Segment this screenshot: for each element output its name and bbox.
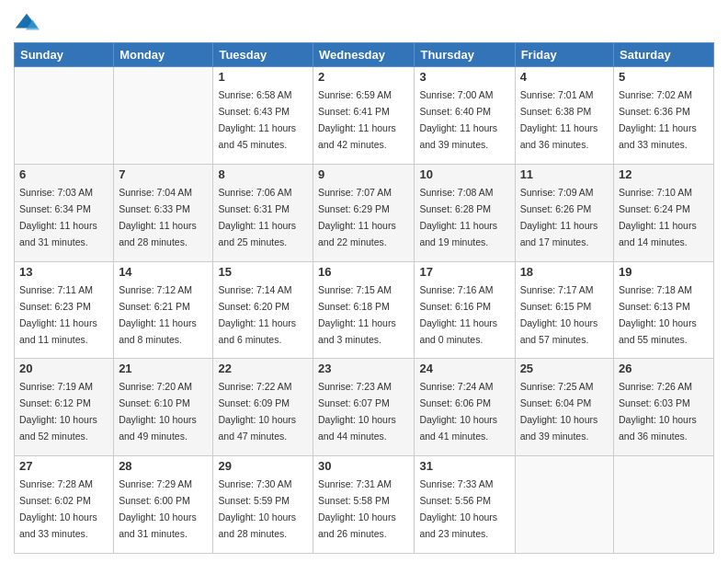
day-info: Sunrise: 7:25 AMSunset: 6:04 PMDaylight:… (520, 381, 598, 442)
day-info: Sunrise: 7:22 AMSunset: 6:09 PMDaylight:… (218, 381, 296, 442)
day-cell-1-4: 10 Sunrise: 7:08 AMSunset: 6:28 PMDaylig… (415, 164, 515, 261)
day-number: 14 (119, 265, 208, 279)
day-info: Sunrise: 7:16 AMSunset: 6:16 PMDaylight:… (419, 284, 497, 345)
day-info: Sunrise: 7:06 AMSunset: 6:31 PMDaylight:… (218, 187, 296, 247)
day-number: 2 (318, 70, 409, 84)
day-info: Sunrise: 7:17 AMSunset: 6:15 PMDaylight:… (520, 284, 598, 345)
day-info: Sunrise: 7:15 AMSunset: 6:18 PMDaylight:… (318, 284, 396, 345)
day-number: 18 (520, 265, 609, 279)
day-info: Sunrise: 7:02 AMSunset: 6:36 PMDaylight:… (619, 89, 697, 150)
header-sunday: Sunday (15, 43, 114, 67)
header (14, 9, 714, 35)
day-number: 6 (19, 167, 108, 181)
header-tuesday: Tuesday (213, 43, 313, 67)
day-info: Sunrise: 7:08 AMSunset: 6:28 PMDaylight:… (419, 187, 497, 247)
day-info: Sunrise: 7:20 AMSunset: 6:10 PMDaylight:… (119, 381, 197, 442)
day-number: 7 (119, 167, 208, 181)
day-number: 25 (520, 362, 609, 375)
day-number: 31 (419, 459, 509, 473)
day-info: Sunrise: 7:01 AMSunset: 6:38 PMDaylight:… (520, 89, 598, 150)
day-info: Sunrise: 7:07 AMSunset: 6:29 PMDaylight:… (318, 187, 396, 247)
day-cell-0-3: 2 Sunrise: 6:59 AMSunset: 6:41 PMDayligh… (313, 67, 415, 165)
day-number: 15 (218, 265, 308, 279)
day-info: Sunrise: 7:18 AMSunset: 6:13 PMDaylight:… (619, 284, 697, 345)
day-info: Sunrise: 7:03 AMSunset: 6:34 PMDaylight:… (19, 187, 97, 247)
day-info: Sunrise: 7:28 AMSunset: 6:02 PMDaylight:… (19, 478, 97, 539)
day-cell-3-2: 22 Sunrise: 7:22 AMSunset: 6:09 PMDaylig… (213, 359, 313, 456)
day-cell-0-5: 4 Sunrise: 7:01 AMSunset: 6:38 PMDayligh… (515, 67, 613, 165)
day-cell-2-3: 16 Sunrise: 7:15 AMSunset: 6:18 PMDaylig… (313, 261, 415, 359)
header-thursday: Thursday (415, 43, 515, 67)
day-number: 17 (419, 265, 509, 279)
day-cell-3-5: 25 Sunrise: 7:25 AMSunset: 6:04 PMDaylig… (515, 359, 613, 456)
day-number: 4 (520, 70, 609, 84)
day-number: 12 (619, 167, 709, 181)
day-info: Sunrise: 7:26 AMSunset: 6:03 PMDaylight:… (619, 381, 697, 442)
day-number: 29 (218, 459, 308, 473)
day-cell-3-1: 21 Sunrise: 7:20 AMSunset: 6:10 PMDaylig… (114, 359, 213, 456)
day-number: 23 (318, 362, 409, 375)
day-cell-4-6 (614, 456, 714, 554)
day-cell-2-6: 19 Sunrise: 7:18 AMSunset: 6:13 PMDaylig… (614, 261, 714, 359)
calendar-table: Sunday Monday Tuesday Wednesday Thursday… (14, 42, 714, 554)
day-info: Sunrise: 7:24 AMSunset: 6:06 PMDaylight:… (419, 381, 497, 442)
day-cell-1-6: 12 Sunrise: 7:10 AMSunset: 6:24 PMDaylig… (614, 164, 714, 261)
weekday-header-row: Sunday Monday Tuesday Wednesday Thursday… (15, 43, 714, 67)
day-cell-0-2: 1 Sunrise: 6:58 AMSunset: 6:43 PMDayligh… (213, 67, 313, 165)
day-number: 20 (19, 362, 108, 375)
header-monday: Monday (114, 43, 213, 67)
day-number: 11 (520, 167, 609, 181)
day-cell-0-4: 3 Sunrise: 7:00 AMSunset: 6:40 PMDayligh… (415, 67, 515, 165)
header-saturday: Saturday (614, 43, 714, 67)
day-cell-2-2: 15 Sunrise: 7:14 AMSunset: 6:20 PMDaylig… (213, 261, 313, 359)
day-info: Sunrise: 7:29 AMSunset: 6:00 PMDaylight:… (119, 478, 197, 539)
day-number: 30 (318, 459, 409, 473)
day-number: 1 (218, 70, 308, 84)
day-cell-0-0 (15, 67, 114, 165)
day-number: 24 (419, 362, 509, 375)
day-info: Sunrise: 7:31 AMSunset: 5:58 PMDaylight:… (318, 478, 396, 539)
week-row-1: 6 Sunrise: 7:03 AMSunset: 6:34 PMDayligh… (15, 164, 714, 261)
day-info: Sunrise: 7:09 AMSunset: 6:26 PMDaylight:… (520, 187, 598, 247)
day-number: 10 (419, 167, 509, 181)
day-info: Sunrise: 7:19 AMSunset: 6:12 PMDaylight:… (19, 381, 97, 442)
day-cell-1-2: 8 Sunrise: 7:06 AMSunset: 6:31 PMDayligh… (213, 164, 313, 261)
day-number: 21 (119, 362, 208, 375)
day-info: Sunrise: 7:33 AMSunset: 5:56 PMDaylight:… (419, 478, 497, 539)
day-info: Sunrise: 7:04 AMSunset: 6:33 PMDaylight:… (119, 187, 197, 247)
day-number: 9 (318, 167, 409, 181)
day-cell-0-1 (114, 67, 213, 165)
day-cell-2-0: 13 Sunrise: 7:11 AMSunset: 6:23 PMDaylig… (15, 261, 114, 359)
day-cell-2-5: 18 Sunrise: 7:17 AMSunset: 6:15 PMDaylig… (515, 261, 613, 359)
header-friday: Friday (515, 43, 613, 67)
day-info: Sunrise: 7:00 AMSunset: 6:40 PMDaylight:… (419, 89, 497, 150)
day-cell-1-1: 7 Sunrise: 7:04 AMSunset: 6:33 PMDayligh… (114, 164, 213, 261)
day-info: Sunrise: 7:14 AMSunset: 6:20 PMDaylight:… (218, 284, 296, 345)
day-number: 5 (619, 70, 709, 84)
day-info: Sunrise: 7:23 AMSunset: 6:07 PMDaylight:… (318, 381, 396, 442)
day-cell-3-6: 26 Sunrise: 7:26 AMSunset: 6:03 PMDaylig… (614, 359, 714, 456)
week-row-4: 27 Sunrise: 7:28 AMSunset: 6:02 PMDaylig… (15, 456, 714, 554)
day-cell-4-0: 27 Sunrise: 7:28 AMSunset: 6:02 PMDaylig… (15, 456, 114, 554)
day-info: Sunrise: 7:11 AMSunset: 6:23 PMDaylight:… (19, 284, 97, 345)
day-number: 22 (218, 362, 308, 375)
logo-icon (14, 9, 40, 35)
header-wednesday: Wednesday (313, 43, 415, 67)
page: Sunday Monday Tuesday Wednesday Thursday… (0, 0, 728, 563)
day-cell-3-4: 24 Sunrise: 7:24 AMSunset: 6:06 PMDaylig… (415, 359, 515, 456)
day-number: 3 (419, 70, 509, 84)
logo (14, 9, 41, 35)
week-row-0: 1 Sunrise: 6:58 AMSunset: 6:43 PMDayligh… (15, 67, 714, 165)
day-info: Sunrise: 6:59 AMSunset: 6:41 PMDaylight:… (318, 89, 396, 150)
day-info: Sunrise: 7:12 AMSunset: 6:21 PMDaylight:… (119, 284, 197, 345)
day-cell-2-4: 17 Sunrise: 7:16 AMSunset: 6:16 PMDaylig… (415, 261, 515, 359)
day-cell-2-1: 14 Sunrise: 7:12 AMSunset: 6:21 PMDaylig… (114, 261, 213, 359)
day-info: Sunrise: 7:10 AMSunset: 6:24 PMDaylight:… (619, 187, 697, 247)
day-number: 13 (19, 265, 108, 279)
day-number: 8 (218, 167, 308, 181)
day-cell-1-3: 9 Sunrise: 7:07 AMSunset: 6:29 PMDayligh… (313, 164, 415, 261)
day-cell-4-4: 31 Sunrise: 7:33 AMSunset: 5:56 PMDaylig… (415, 456, 515, 554)
day-number: 27 (19, 459, 108, 473)
day-number: 16 (318, 265, 409, 279)
day-cell-4-2: 29 Sunrise: 7:30 AMSunset: 5:59 PMDaylig… (213, 456, 313, 554)
